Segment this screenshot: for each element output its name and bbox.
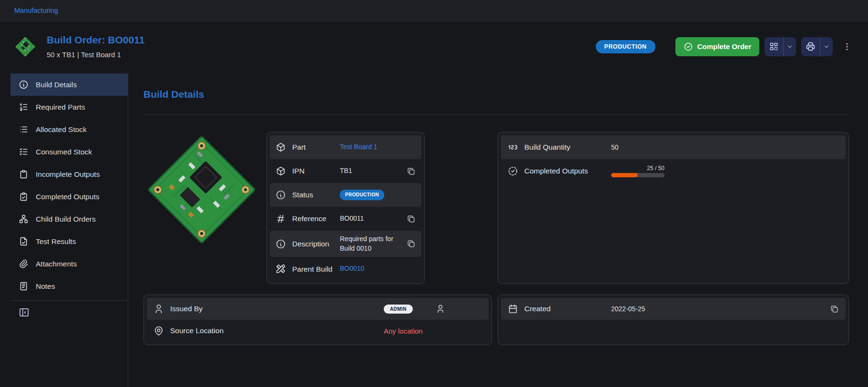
part-image: [143, 128, 260, 251]
build-quantity-value: 50: [611, 143, 619, 151]
numbers-123-icon: [508, 142, 518, 153]
info-circle-icon: [276, 190, 286, 200]
breadcrumb: Manufacturing: [0, 0, 868, 21]
issued-by-card: Issued By ADMIN Source Location Any loc: [143, 295, 492, 345]
copy-icon: [407, 239, 416, 248]
clipboard-icon: [19, 169, 29, 179]
created-row: Created 2022-05-25: [501, 298, 846, 320]
spacer: [425, 132, 498, 284]
chevron-down-icon: [786, 43, 793, 50]
details-bottom-row: Issued By ADMIN Source Location Any loc: [143, 295, 849, 345]
detail-label: Parent Build: [292, 265, 334, 274]
sidebar-item-test-results[interactable]: Test Results: [10, 230, 128, 253]
sidebar-item-child-build-orders[interactable]: Child Build Orders: [10, 208, 128, 230]
created-value: 2022-05-25: [611, 305, 826, 313]
user-icon: [436, 304, 445, 314]
page-subtitle: 50 x TB1 | Test Board 1: [47, 51, 144, 59]
sidebar-footer: [10, 301, 128, 326]
barcode-menu-toggle[interactable]: [784, 37, 796, 56]
sidebar-item-completed-outputs[interactable]: Completed Outputs: [10, 185, 128, 208]
copy-button[interactable]: [407, 167, 416, 176]
clipboard-check-icon: [19, 192, 29, 202]
detail-row-description: Description Required parts for Build 001…: [270, 231, 421, 257]
main-panel: Build Details Part Test Board 1: [128, 71, 868, 387]
header-text-block: Build Order: BO0011 50 x TB1 | Test Boar…: [47, 34, 144, 59]
chevron-down-icon: [823, 43, 830, 50]
page-title: Build Order: BO0011: [47, 34, 144, 46]
sidebar-item-required-parts[interactable]: Required Parts: [10, 96, 128, 118]
sidebar: Build Details Required Parts Allocated S…: [10, 71, 128, 387]
detail-value: Required parts for Build 0010: [340, 234, 403, 253]
sidebar-item-build-details[interactable]: Build Details: [10, 73, 128, 96]
sidebar-item-attachments[interactable]: Attachments: [10, 253, 128, 275]
detail-row-reference: Reference BO0011: [270, 207, 421, 231]
progress-check-icon: [508, 166, 518, 176]
complete-order-button[interactable]: Complete Order: [675, 37, 759, 56]
test-report-icon: [19, 236, 29, 246]
more-actions-button[interactable]: [840, 39, 854, 55]
printer-icon: [806, 41, 816, 51]
info-circle-icon: [19, 80, 29, 90]
calendar-icon: [508, 304, 518, 314]
details-top-row: Part Test Board 1 IPN TB1: [143, 132, 849, 284]
copy-icon: [407, 167, 416, 176]
content-area: Build Details Required Parts Allocated S…: [0, 71, 868, 387]
list-numbers-icon: [19, 102, 29, 112]
list-check-icon: [19, 147, 29, 157]
detail-label: Part: [292, 143, 334, 152]
sidebar-item-label: Build Details: [36, 81, 77, 89]
spacer: [492, 295, 498, 345]
sidebar-item-label: Test Results: [36, 237, 76, 246]
detail-row-ipn: IPN TB1: [270, 159, 421, 183]
print-menu-toggle[interactable]: [820, 37, 833, 56]
detail-label: Reference: [292, 214, 334, 223]
sidebar-item-consumed-stock[interactable]: Consumed Stock: [10, 141, 128, 163]
info-circle-icon: [276, 239, 286, 249]
complete-order-label: Complete Order: [697, 42, 751, 51]
barcode-button[interactable]: [765, 37, 783, 56]
progress-text: 25 / 50: [647, 165, 664, 172]
hash-icon: [276, 214, 286, 224]
tools-icon: [276, 264, 286, 274]
any-location-text: Any location: [384, 327, 423, 335]
sidebar-item-label: Notes: [36, 282, 55, 291]
dots-vertical-icon: [842, 42, 852, 51]
sidebar-item-notes[interactable]: Notes: [10, 275, 128, 297]
issued-by-label: Issued By: [170, 305, 384, 313]
detail-label: Status: [292, 190, 334, 199]
breadcrumb-link-manufacturing[interactable]: Manufacturing: [14, 7, 58, 14]
copy-button[interactable]: [407, 239, 416, 248]
detail-label: IPN: [292, 166, 334, 175]
created-card: Created 2022-05-25: [498, 295, 849, 345]
detail-value: BO0011: [340, 214, 403, 224]
header-actions: PRODUCTION Complete Order: [596, 37, 854, 56]
detail-row-part: Part Test Board 1: [270, 135, 421, 159]
qrcode-icon: [769, 41, 779, 51]
map-pin-icon: [153, 326, 164, 336]
status-badge: PRODUCTION: [596, 40, 655, 53]
part-link[interactable]: Test Board 1: [340, 143, 416, 152]
heading-divider: [143, 114, 849, 115]
created-label: Created: [524, 305, 611, 313]
sidebar-item-label: Child Build Orders: [36, 215, 96, 224]
sidebar-item-label: Consumed Stock: [36, 148, 92, 156]
parent-build-link[interactable]: BO0010: [340, 264, 416, 274]
sidebar-item-label: Required Parts: [36, 103, 85, 112]
sidebar-collapse-button[interactable]: [19, 307, 30, 318]
copy-icon: [407, 214, 416, 224]
detail-label: Description: [292, 239, 334, 248]
copy-button[interactable]: [407, 214, 416, 224]
sidebar-item-allocated-stock[interactable]: Allocated Stock: [10, 118, 128, 141]
build-details-card: Part Test Board 1 IPN TB1: [266, 132, 425, 284]
build-quantity-card: Build Quantity 50 Completed Outputs 25 /…: [498, 132, 849, 284]
box-icon: [276, 142, 286, 153]
copy-button[interactable]: [830, 305, 839, 314]
box-icon: [276, 166, 286, 176]
completed-outputs-row: Completed Outputs 25 / 50: [501, 159, 846, 183]
sidebar-item-incomplete-outputs[interactable]: Incomplete Outputs: [10, 163, 128, 185]
print-button[interactable]: [801, 37, 820, 56]
admin-user-badge: ADMIN: [384, 305, 413, 314]
list-icon: [19, 124, 29, 134]
sidebar-item-label: Attachments: [36, 260, 77, 268]
production-status-badge: PRODUCTION: [340, 190, 384, 200]
